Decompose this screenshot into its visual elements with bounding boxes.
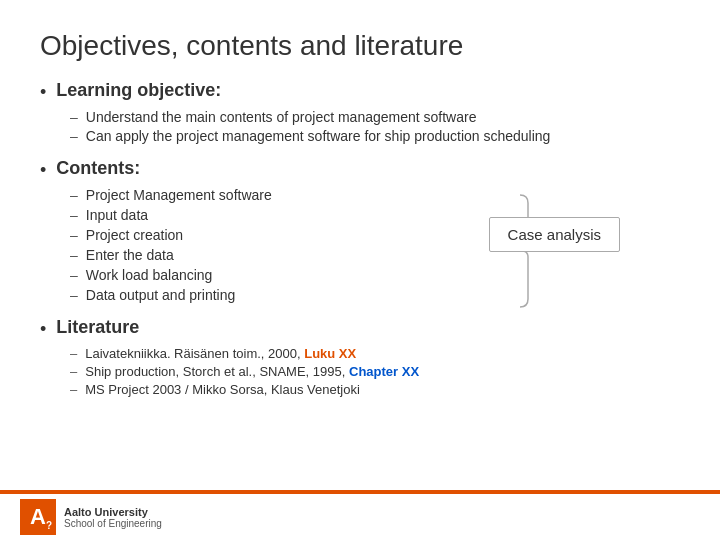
logo-a: A ? <box>20 499 56 535</box>
case-analysis-text: Case analysis <box>508 226 601 243</box>
lit-items: – Laivatekniikka. Räisänen toim., 2000, … <box>70 346 680 397</box>
dash-c3: – <box>70 227 78 243</box>
dash-c5: – <box>70 267 78 283</box>
dash-c4: – <box>70 247 78 263</box>
learning-item-1: – Understand the main contents of projec… <box>70 109 680 125</box>
lit-item-2-text: Ship production, Storch et al., SNAME, 1… <box>85 364 419 379</box>
dash-l2: – <box>70 364 77 379</box>
bullet-dot: • <box>40 82 46 103</box>
logo-question: ? <box>46 520 52 531</box>
university-name: Aalto University <box>64 506 162 518</box>
contents-label: Contents: <box>56 158 140 179</box>
dash-c1: – <box>70 187 78 203</box>
literature-bullet: • Literature <box>40 317 680 340</box>
contents-bullet: • Contents: <box>40 158 680 181</box>
bullet-dot-3: • <box>40 319 46 340</box>
learning-sub-items: – Understand the main contents of projec… <box>70 109 680 144</box>
learning-item-1-text: Understand the main contents of project … <box>86 109 477 125</box>
logo-letter: A <box>30 504 46 530</box>
dash-2: – <box>70 128 78 144</box>
lit-3-before: MS Project 2003 / Mikko Sorsa, Klaus Ven… <box>85 382 360 397</box>
contents-item-1-text: Project Management software <box>86 187 272 203</box>
case-analysis-box: Case analysis <box>489 217 620 252</box>
lit-1-before: Laivatekniikka. Räisänen toim., 2000, <box>85 346 304 361</box>
dash-l3: – <box>70 382 77 397</box>
dash-c6: – <box>70 287 78 303</box>
learning-label: Learning objective: <box>56 80 221 101</box>
lit-2-before: Ship production, Storch et al., SNAME, 1… <box>85 364 349 379</box>
contents-item-2-text: Input data <box>86 207 148 223</box>
literature-section: • Literature – Laivatekniikka. Räisänen … <box>40 317 680 397</box>
dash-c2: – <box>70 207 78 223</box>
bullet-dot-2: • <box>40 160 46 181</box>
literature-label: Literature <box>56 317 139 338</box>
learning-section: • Learning objective: – Understand the m… <box>40 80 680 144</box>
lit-item-3: – MS Project 2003 / Mikko Sorsa, Klaus V… <box>70 382 680 397</box>
contents-item-6-text: Data output and printing <box>86 287 235 303</box>
contents-section: • Contents: – Project Management softwar… <box>40 158 680 303</box>
lit-2-highlight: Chapter XX <box>349 364 419 379</box>
bottom-bar: A ? Aalto University School of Engineeri… <box>0 490 720 540</box>
lit-1-highlight: Luku XX <box>304 346 356 361</box>
contents-item-4-text: Enter the data <box>86 247 174 263</box>
dash-l1: – <box>70 346 77 361</box>
contents-item-3-text: Project creation <box>86 227 183 243</box>
logo-text: Aalto University School of Engineering <box>64 506 162 529</box>
dash-1: – <box>70 109 78 125</box>
contents-item-1: – Project Management software <box>70 187 680 203</box>
lit-item-1-text: Laivatekniikka. Räisänen toim., 2000, Lu… <box>85 346 356 361</box>
learning-bullet: • Learning objective: <box>40 80 680 103</box>
lit-item-2: – Ship production, Storch et al., SNAME,… <box>70 364 680 379</box>
contents-item-5-text: Work load balancing <box>86 267 213 283</box>
slide: Objectives, contents and literature • Le… <box>0 0 720 540</box>
slide-title: Objectives, contents and literature <box>40 30 680 62</box>
learning-item-2: – Can apply the project management softw… <box>70 128 680 144</box>
learning-item-2-text: Can apply the project management softwar… <box>86 128 551 144</box>
contents-item-5: – Work load balancing <box>70 267 680 283</box>
school-name: School of Engineering <box>64 518 162 529</box>
contents-item-6: – Data output and printing <box>70 287 680 303</box>
lit-item-1: – Laivatekniikka. Räisänen toim., 2000, … <box>70 346 680 361</box>
